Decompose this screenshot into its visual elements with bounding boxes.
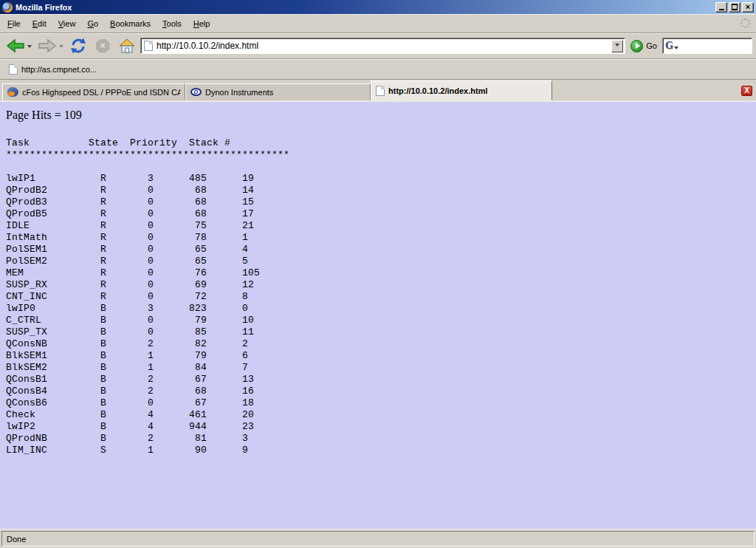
search-input[interactable]: G bbox=[662, 38, 752, 54]
menu-item-tools[interactable]: Tools bbox=[157, 16, 188, 31]
cfos-icon bbox=[7, 87, 18, 97]
dynon-icon: D bbox=[190, 88, 202, 96]
window-title: Mozilla Firefox bbox=[16, 3, 72, 12]
minimize-icon bbox=[719, 9, 724, 10]
tab-1[interactable]: cFos Highspeed DSL / PPPoE und ISDN CAP.… bbox=[2, 83, 185, 100]
go-label: Go bbox=[646, 41, 657, 50]
page-icon bbox=[376, 86, 385, 96]
tab-label: Dynon Instruments bbox=[205, 88, 273, 97]
home-icon bbox=[119, 38, 135, 53]
back-dropdown-icon[interactable] bbox=[27, 45, 32, 50]
close-tab-button[interactable]: X bbox=[741, 86, 752, 96]
restore-icon bbox=[732, 4, 738, 10]
go-icon bbox=[630, 40, 643, 52]
forward-button[interactable] bbox=[35, 37, 65, 55]
menu-item-go[interactable]: Go bbox=[81, 16, 104, 31]
home-button[interactable] bbox=[116, 37, 138, 55]
tab-label: cFos Highspeed DSL / PPPoE und ISDN CAP.… bbox=[22, 88, 180, 97]
status-text: Done bbox=[7, 535, 26, 544]
menu-item-help[interactable]: Help bbox=[188, 16, 216, 31]
menu-bar: FileEditViewGoBookmarksToolsHelp bbox=[0, 14, 756, 33]
tab-bar: cFos Highspeed DSL / PPPoE und ISDN CAP.… bbox=[0, 80, 756, 102]
menu-item-view[interactable]: View bbox=[52, 16, 82, 31]
task-table: Task State Priority Stack # ************… bbox=[6, 137, 750, 456]
navigation-toolbar: × Go G bbox=[0, 33, 756, 59]
chevron-down-icon bbox=[615, 44, 619, 49]
throbber-icon bbox=[740, 18, 750, 28]
forward-arrow-icon bbox=[37, 38, 58, 53]
title-bar: Mozilla Firefox × bbox=[0, 0, 756, 14]
page-icon bbox=[144, 41, 153, 51]
tab-2[interactable]: DDynon Instruments bbox=[185, 83, 371, 100]
forward-dropdown-icon[interactable] bbox=[59, 45, 63, 50]
go-button[interactable]: Go bbox=[628, 40, 660, 52]
stop-button[interactable]: × bbox=[92, 38, 114, 55]
menu-item-edit[interactable]: Edit bbox=[27, 16, 52, 31]
url-bar[interactable] bbox=[140, 38, 625, 54]
close-icon: × bbox=[746, 3, 750, 11]
bookmark-label: http://as.cmpnet.co... bbox=[21, 65, 97, 74]
google-icon: G bbox=[665, 40, 673, 52]
firefox-icon bbox=[2, 2, 13, 13]
tab-3[interactable]: http://10.0.10.2/index.html bbox=[371, 81, 552, 100]
back-button[interactable] bbox=[4, 37, 33, 55]
reload-icon bbox=[70, 38, 86, 54]
bookmark-page-icon bbox=[9, 64, 18, 75]
back-arrow-icon bbox=[5, 38, 26, 53]
url-dropdown-button[interactable] bbox=[611, 40, 623, 52]
menu-item-file[interactable]: File bbox=[1, 16, 27, 31]
minimize-button[interactable] bbox=[715, 2, 727, 13]
restore-button[interactable] bbox=[729, 2, 740, 13]
bookmarks-toolbar: http://as.cmpnet.co... bbox=[0, 59, 756, 80]
page-content: Page Hits = 109 Task State Priority Stac… bbox=[0, 102, 756, 529]
status-panel: Done bbox=[1, 531, 755, 547]
status-bar: Done bbox=[0, 529, 756, 548]
url-input[interactable] bbox=[157, 40, 608, 52]
stop-icon: × bbox=[96, 39, 110, 53]
reload-button[interactable] bbox=[67, 36, 89, 55]
bookmark-item[interactable]: http://as.cmpnet.co... bbox=[6, 63, 100, 76]
close-button[interactable]: × bbox=[742, 2, 754, 13]
search-engine-dropdown-icon[interactable] bbox=[674, 47, 678, 52]
tab-label: http://10.0.10.2/index.html bbox=[388, 86, 487, 95]
menu-item-bookmarks[interactable]: Bookmarks bbox=[104, 16, 157, 31]
page-hits-text: Page Hits = 109 bbox=[6, 109, 750, 122]
